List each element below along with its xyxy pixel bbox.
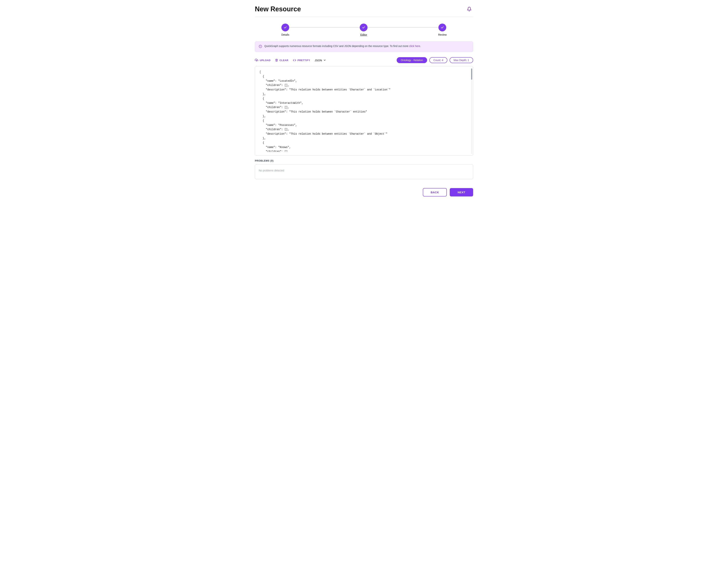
check-icon xyxy=(284,26,287,29)
info-link[interactable]: click here. xyxy=(409,45,421,48)
scrollbar-thumb xyxy=(471,69,472,80)
clear-button[interactable]: CLEAR xyxy=(275,58,288,62)
toolbar-right: Ontology - Relation Count: 4 Max Depth: … xyxy=(397,57,473,63)
max-depth-button[interactable]: Max Depth: 1 xyxy=(449,57,473,63)
problems-placeholder: No problems detected xyxy=(259,169,284,172)
ontology-relation-button[interactable]: Ontology - Relation xyxy=(397,57,427,63)
scrollbar-track xyxy=(471,68,472,154)
check-icon-3 xyxy=(441,26,444,29)
problems-box: No problems detected xyxy=(255,164,473,179)
prettify-icon xyxy=(293,59,296,62)
problems-label: PROBLEMS (0) xyxy=(255,159,473,162)
stepper: Details Editor Review xyxy=(255,17,473,42)
editor-content[interactable]: [ { "name": "LocatedIn", "children": [],… xyxy=(260,70,468,152)
step-review: Review xyxy=(438,24,447,36)
step-editor: Editor xyxy=(360,24,367,36)
editor-container: [ { "name": "LocatedIn", "children": [],… xyxy=(255,66,473,156)
step-editor-label: Editor xyxy=(360,33,367,36)
editor-scroll[interactable]: [ { "name": "LocatedIn", "children": [],… xyxy=(260,70,468,152)
step-review-circle xyxy=(438,24,446,31)
bell-button[interactable] xyxy=(465,5,473,13)
check-icon-2 xyxy=(362,26,365,29)
info-text: QuickGraph supports numerous resource fo… xyxy=(264,45,421,48)
step-review-label: Review xyxy=(438,33,447,36)
trash-icon xyxy=(275,59,278,61)
toolbar: UPLOAD CLEAR PRETTIFY JSON Ontology - Re… xyxy=(255,57,473,63)
step-details-label: Details xyxy=(281,33,289,36)
step-details: Details xyxy=(281,24,289,36)
info-banner: QuickGraph supports numerous resource fo… xyxy=(255,42,473,52)
step-connector-1 xyxy=(289,27,360,27)
format-dropdown[interactable]: JSON xyxy=(315,58,326,62)
count-button[interactable]: Count: 4 xyxy=(430,57,447,63)
bell-icon xyxy=(467,7,472,11)
info-icon xyxy=(259,45,262,49)
step-editor-circle xyxy=(360,24,367,31)
footer: BACK NEXT xyxy=(255,185,473,202)
step-details-circle xyxy=(281,24,289,31)
page-title: New Resource xyxy=(255,5,301,13)
chevron-down-icon xyxy=(323,59,326,61)
prettify-button[interactable]: PRETTIFY xyxy=(293,58,310,62)
header: New Resource xyxy=(255,0,473,17)
next-button[interactable]: NEXT xyxy=(450,188,473,197)
back-button[interactable]: BACK xyxy=(423,188,447,197)
upload-button[interactable]: UPLOAD xyxy=(255,58,270,62)
upload-icon xyxy=(255,58,258,62)
step-connector-2 xyxy=(367,27,438,27)
